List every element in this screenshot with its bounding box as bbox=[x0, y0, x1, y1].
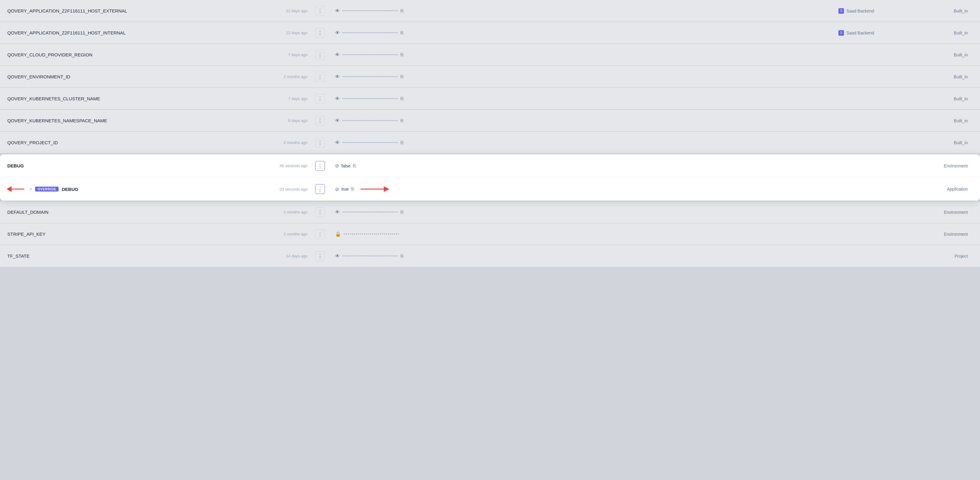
menu-col: ⋮ bbox=[312, 251, 328, 261]
var-name-text: TF_STATE bbox=[7, 253, 30, 259]
var-value-col: 👁 •••••••••••••••••••••••••••• ⎘ bbox=[328, 140, 838, 145]
menu-col: ⋮ bbox=[312, 229, 328, 239]
var-time: 8 days ago bbox=[251, 118, 312, 123]
eye-off-icon: ⊘ bbox=[335, 163, 339, 168]
var-name: QOVERY_KUBERNETES_CLUSTER_NAME bbox=[7, 96, 251, 101]
table-row: QOVERY_ENVIRONMENT_ID 2 months ago ⋮ 👁 •… bbox=[0, 66, 980, 88]
masked-value: •••••••••••••••••••••••••••• bbox=[342, 75, 398, 79]
service-icon: S bbox=[838, 8, 844, 14]
table-row: QOVERY_APPLICATION_Z2F116111_HOST_INTERN… bbox=[0, 22, 980, 44]
masked-value: •••••••••••••••••••••••••••• bbox=[342, 210, 398, 215]
copy-icon[interactable]: ⎘ bbox=[401, 8, 404, 14]
var-name: QOVERY_PROJECT_ID bbox=[7, 140, 251, 145]
var-name-text: QOVERY_CLOUD_PROVIDER_REGION bbox=[7, 52, 92, 57]
override-badge: OVERRIDE bbox=[35, 187, 59, 192]
copy-icon[interactable]: ⎘ bbox=[401, 118, 404, 124]
menu-col: ⋮ bbox=[312, 94, 328, 104]
eye-off-icon: ⊘ bbox=[335, 186, 339, 192]
var-name: QOVERY_CLOUD_PROVIDER_REGION bbox=[7, 52, 251, 57]
table-row: STRIPE_API_KEY 2 months ago ⋮ 🔒 ••••••••… bbox=[0, 223, 980, 245]
var-scope: Environment bbox=[918, 232, 973, 237]
masked-value: •••••••••••••••••••••••••••• bbox=[342, 254, 398, 258]
var-value-col: 👁 •••••••••••••••••••••••••••• ⎘ bbox=[328, 74, 838, 79]
menu-col: ⋮ bbox=[312, 50, 328, 60]
row-menu-button[interactable]: ⋮ bbox=[315, 28, 325, 38]
eye-icon: 👁 bbox=[335, 253, 340, 259]
var-name-text: QOVERY_KUBERNETES_NAMESPACE_NAME bbox=[7, 118, 107, 123]
menu-col: ⋮ bbox=[312, 28, 328, 38]
var-name: ↗ OVERRIDE DEBUG bbox=[7, 185, 251, 193]
table-row: DEBUG 46 seconds ago ⋮ ⊘ false ⎘ Environ… bbox=[0, 154, 980, 178]
row-menu-button[interactable]: ⋮ bbox=[315, 229, 325, 239]
var-name: TF_STATE bbox=[7, 253, 251, 259]
var-value-col: 👁 •••••••••••••••••••••••••••• ⎘ bbox=[328, 210, 838, 215]
var-scope: Built_in bbox=[918, 52, 973, 57]
var-time: 33 seconds ago bbox=[251, 187, 312, 192]
var-scope: Built_in bbox=[918, 96, 973, 101]
link-icon: ↗ bbox=[29, 187, 32, 192]
copy-icon[interactable]: ⎘ bbox=[401, 253, 404, 259]
var-service: S Saad Backend bbox=[838, 8, 918, 14]
var-time: 7 days ago bbox=[251, 96, 312, 101]
row-menu-button[interactable]: ⋮ bbox=[315, 116, 325, 126]
service-icon: S bbox=[838, 30, 844, 36]
var-time: 46 seconds ago bbox=[251, 164, 312, 168]
row-menu-button[interactable]: ⋮ bbox=[315, 6, 325, 16]
var-name-text: QOVERY_APPLICATION_Z2F116111_HOST_EXTERN… bbox=[7, 8, 127, 13]
row-menu-button[interactable]: ⋮ bbox=[315, 94, 325, 104]
copy-icon[interactable]: ⎘ bbox=[401, 210, 404, 215]
row-menu-button[interactable]: ⋮ bbox=[315, 138, 325, 148]
eye-icon: 👁 bbox=[335, 140, 340, 145]
var-name-text: QOVERY_APPLICATION_Z2F116111_HOST_INTERN… bbox=[7, 30, 126, 35]
var-value-col: 👁 •••••••••••••••••••••••••••• ⎘ bbox=[328, 8, 838, 14]
eye-icon: 👁 bbox=[335, 30, 340, 36]
var-name-text: STRIPE_API_KEY bbox=[7, 232, 45, 237]
masked-value: •••••••••••••••••••••••••••• bbox=[342, 52, 398, 57]
masked-value: •••••••••••••••••••••••••••• bbox=[342, 96, 398, 101]
var-scope: Environment bbox=[918, 210, 973, 215]
copy-icon[interactable]: ⎘ bbox=[401, 52, 404, 58]
row-menu-button[interactable]: ⋮ bbox=[315, 184, 325, 194]
env-vars-table: QOVERY_APPLICATION_Z2F116111_HOST_EXTERN… bbox=[0, 0, 980, 267]
copy-icon[interactable]: ⎘ bbox=[353, 163, 356, 168]
masked-value: •••••••••••••••••••••••••••• bbox=[342, 118, 398, 123]
menu-col: ⋮ bbox=[312, 207, 328, 217]
row-menu-button[interactable]: ⋮ bbox=[315, 251, 325, 261]
var-scope: Built_in bbox=[918, 30, 973, 35]
eye-icon: 👁 bbox=[335, 96, 340, 102]
menu-col: ⋮ bbox=[312, 72, 328, 82]
var-scope: Built_in bbox=[918, 140, 973, 145]
row-menu-button[interactable]: ⋮ bbox=[315, 161, 325, 171]
copy-icon[interactable]: ⎘ bbox=[401, 30, 404, 36]
copy-icon[interactable]: ⎘ bbox=[401, 74, 404, 79]
var-time: 2 months ago bbox=[251, 210, 312, 215]
var-value-col: ⊘ false ⎘ bbox=[328, 163, 838, 168]
var-name-text: DEFAULT_DOMAIN bbox=[7, 210, 49, 215]
var-value-col: 👁 •••••••••••••••••••••••••••• ⎘ bbox=[328, 118, 838, 124]
copy-icon[interactable]: ⎘ bbox=[401, 140, 404, 145]
menu-col: ⋮ bbox=[312, 161, 328, 171]
eye-icon: 👁 bbox=[335, 52, 340, 58]
row-menu-button[interactable]: ⋮ bbox=[315, 207, 325, 217]
masked-value: •••••••••••••••••••••••••••• bbox=[344, 232, 399, 236]
lock-icon: 🔒 bbox=[335, 231, 341, 237]
var-name: STRIPE_API_KEY bbox=[7, 232, 251, 237]
var-name: QOVERY_APPLICATION_Z2F116111_HOST_EXTERN… bbox=[7, 8, 251, 13]
row-menu-button[interactable]: ⋮ bbox=[315, 72, 325, 82]
menu-col: ⋮ bbox=[312, 6, 328, 16]
eye-icon: 👁 bbox=[335, 8, 340, 14]
var-name: DEBUG bbox=[7, 163, 251, 168]
eye-icon: 👁 bbox=[335, 74, 340, 79]
var-service: S Saad Backend bbox=[838, 30, 918, 36]
var-time: 14 days ago bbox=[251, 254, 312, 258]
table-row: QOVERY_APPLICATION_Z2F116111_HOST_EXTERN… bbox=[0, 0, 980, 22]
var-scope: Built_in bbox=[918, 118, 973, 123]
copy-icon[interactable]: ⎘ bbox=[401, 96, 404, 102]
row-menu-button[interactable]: ⋮ bbox=[315, 50, 325, 60]
table-row: QOVERY_KUBERNETES_CLUSTER_NAME 7 days ag… bbox=[0, 88, 980, 110]
copy-icon[interactable]: ⎘ bbox=[351, 186, 354, 192]
var-scope: Application bbox=[918, 187, 973, 192]
red-arrow-left-icon bbox=[7, 185, 25, 193]
var-value-col: ⊘ true ⎘ bbox=[328, 185, 838, 193]
var-scope: Built_in bbox=[918, 75, 973, 79]
